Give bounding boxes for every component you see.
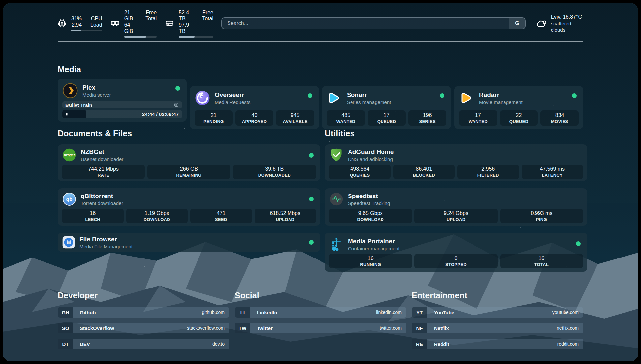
adguard-icon (329, 148, 344, 162)
bookmark-name: YouTube (427, 307, 454, 318)
service-subtitle: Media server (82, 92, 111, 98)
service-card-nzbget[interactable]: nzbget NZBGet Usenet downloader 744.21 M… (58, 144, 320, 181)
stat-value: 17 (475, 112, 481, 118)
top-bar: 31% 2.94 CPU Load (57, 14, 584, 33)
stat-label: MOVIES (551, 119, 568, 124)
service-card-filebrowser[interactable]: File Browser Media File Management (58, 233, 320, 252)
disk-progress-fill (179, 36, 195, 38)
service-card-adguard[interactable]: AdGuard Home DNS and adblocking 498,564 … (325, 144, 587, 181)
stat-box-approved: 40 APPROVED (235, 110, 274, 126)
search-engine-button[interactable]: G (509, 18, 525, 29)
overseerr-icon (195, 90, 210, 106)
media-cards-row: Plex Media server Bullet Train 24:44 / 0… (58, 79, 583, 129)
stat-box-remaining: 266 GB REMAINING (147, 165, 230, 179)
ram-progress-fill (124, 36, 146, 38)
stat-value: 16 (368, 256, 374, 261)
stat-value: 22 (516, 112, 522, 118)
search-input[interactable] (222, 18, 509, 29)
cpu-icon (57, 18, 67, 28)
status-dot (309, 197, 314, 201)
disk-total: 97.9 TB (179, 22, 194, 34)
stat-value: 40 (252, 112, 258, 118)
ram-stat-widget: 21 GiB 64 GiB Free Total (110, 9, 157, 38)
bookmark-url: youtube.com (552, 307, 583, 318)
service-card-plex[interactable]: Plex Media server Bullet Train 24:44 / 0… (58, 79, 187, 122)
ram-label: Free (146, 9, 157, 15)
status-dot (308, 93, 312, 98)
stat-value: 47.569 ms (540, 166, 565, 172)
playback-progress-bar: 24:44 / 02:06:47 (62, 110, 182, 118)
stat-value: 1.19 Gbps (145, 210, 169, 216)
bookmark-github[interactable]: GH Github github.com (58, 307, 229, 318)
bookmark-linkedin[interactable]: LI LinkedIn linkedin.com (235, 307, 406, 318)
playback-progress-fill (62, 110, 86, 118)
stat-value: 196 (423, 112, 432, 118)
service-card-portainer[interactable]: Media Portainer Container management 16 … (325, 233, 587, 272)
service-subtitle: Movie management (479, 99, 523, 105)
stat-box-total: 16 TOTAL (500, 254, 583, 268)
bookmark-url: dev.to (212, 339, 229, 349)
bookmark-reddit[interactable]: RE Reddit reddit.com (412, 339, 583, 349)
weather-widget: Lviv, 16.87°C scattered clouds (535, 14, 584, 33)
service-name: Overseerr (215, 91, 250, 99)
status-dot (576, 241, 581, 246)
sonarr-icon (327, 90, 343, 106)
cpu-percent: 31% (71, 15, 82, 22)
stat-value: 485 (341, 112, 350, 118)
stat-box-downloaded: 39.6 TB DOWNLOADED (233, 165, 316, 179)
stat-label: FILTERED (477, 173, 499, 178)
stat-box-running: 16 RUNNING (329, 254, 412, 268)
bookmark-url: netflix.com (557, 323, 583, 333)
ram-progress-track (124, 36, 157, 38)
bookmark-twitter[interactable]: TW Twitter twitter.com (235, 323, 406, 333)
stat-value: 2,956 (481, 166, 495, 172)
service-card-speedtest[interactable]: Speedtest Speedtest Tracking 9.65 Gbps D… (325, 188, 587, 226)
service-card-sonarr[interactable]: Sonarr Series management 485 WANTED 17 Q… (322, 86, 451, 129)
stat-box-download: 1.19 Gbps DOWNLOAD (126, 209, 188, 223)
cpu-stat-widget: 31% 2.94 CPU Load (57, 15, 102, 31)
stat-box-ping: 0.993 ms PING (500, 209, 583, 223)
utilities-column: Utilities AdGuard Home DNS and adblockin… (325, 129, 587, 272)
stat-label: REMAINING (176, 173, 201, 178)
service-card-radarr[interactable]: Radarr Movie management 17 WANTED 22 QUE… (454, 86, 583, 129)
service-card-overseerr[interactable]: Overseerr Media Requests 21 PENDING 40 A… (190, 86, 319, 129)
stat-box-seed: 471 SEED (190, 209, 252, 223)
bookmark-url: reddit.com (557, 339, 583, 349)
stat-box-stopped: 0 STOPPED (414, 254, 497, 268)
stat-label: DOWNLOAD (144, 217, 170, 222)
bookmark-url: linkedin.com (376, 307, 406, 318)
disk-progress-track (179, 36, 213, 38)
stat-value: 945 (291, 112, 300, 118)
bookmark-stackoverflow[interactable]: SO StackOverflow stackoverflow.com (58, 323, 229, 333)
section-title-entertainment: Entertainment (412, 291, 583, 300)
stat-label: SEED (215, 217, 227, 222)
section-title-utilities: Utilities (325, 129, 587, 138)
bookmark-abbr: TW (235, 323, 250, 333)
service-subtitle: Speedtest Tracking (348, 200, 390, 206)
playback-time: 24:44 / 02:06:47 (142, 111, 182, 117)
stat-box-series: 196 SERIES (408, 110, 446, 126)
disk-label2: Total (202, 15, 213, 22)
bookmark-abbr: LI (235, 307, 250, 318)
pause-icon (65, 112, 69, 116)
stat-label: UPLOAD (276, 217, 294, 222)
ram-label2: Total (145, 15, 157, 22)
stat-value: 39.6 TB (265, 166, 284, 172)
filebrowser-icon (62, 236, 75, 249)
bookmark-dev[interactable]: DT DEV dev.to (58, 339, 229, 349)
weather-condition: scattered clouds (551, 20, 584, 33)
stat-box-upload: 9.24 Gbps UPLOAD (414, 209, 497, 223)
stat-box-movies: 834 MOVIES (540, 110, 579, 126)
stat-label: RATE (98, 173, 109, 178)
bookmark-url: twitter.com (380, 323, 406, 333)
bookmark-youtube[interactable]: YT YouTube youtube.com (412, 307, 583, 318)
service-card-qbittorrent[interactable]: qb qBittorrent Torrent downloader 16 LEE… (58, 188, 320, 226)
cpu-progress-track (71, 30, 102, 31)
stat-box-queued: 22 QUEUED (500, 110, 538, 126)
stat-value: 834 (555, 112, 564, 118)
stat-value: 86,401 (416, 166, 432, 172)
bookmark-netflix[interactable]: NF Netflix netflix.com (412, 323, 583, 333)
bookmark-name: Github (73, 307, 96, 318)
bookmark-name: StackOverflow (73, 323, 114, 333)
service-subtitle: Media File Management (79, 244, 133, 250)
